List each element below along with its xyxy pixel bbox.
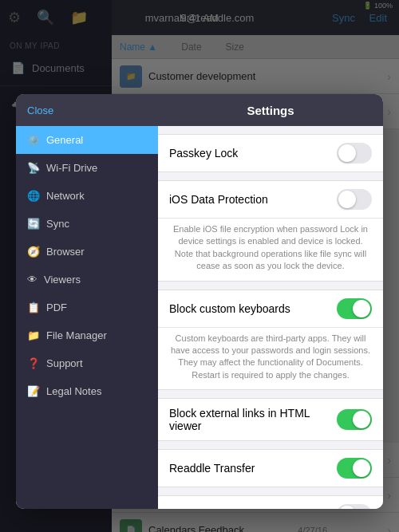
passkey-lock-row: Passkey Lock xyxy=(158,135,383,171)
legal-nav-icon: 📝 xyxy=(27,385,40,397)
settings-header: Settings xyxy=(158,94,383,126)
viewers-nav-icon: 👁 xyxy=(27,274,38,286)
block-links-group: Block external links in HTML viewer xyxy=(158,398,383,441)
block-links-row: Block external links in HTML viewer xyxy=(158,399,383,440)
nav-item-sync[interactable]: 🔄 Sync xyxy=(16,210,158,238)
nav-item-wifi-drive[interactable]: 📡 Wi-Fi Drive xyxy=(16,154,158,182)
settings-modal: Close ⚙️ General 📡 Wi-Fi Drive 🌐 Network… xyxy=(16,94,383,509)
nav-item-label: PDF xyxy=(46,301,67,313)
wifi-nav-icon: 📡 xyxy=(27,162,40,174)
nav-item-label: Legal Notes xyxy=(46,385,101,397)
settings-right-content: Settings Passkey Lock iOS Data Protectio… xyxy=(158,94,383,509)
network-nav-icon: 🌐 xyxy=(27,190,40,202)
pdf-nav-icon: 📋 xyxy=(27,301,40,313)
readdle-transfer-label: Readdle Transfer xyxy=(169,462,337,475)
indexing-label: Indexing xyxy=(169,508,337,509)
indexing-toggle[interactable] xyxy=(337,504,372,509)
nav-item-browser[interactable]: 🧭 Browser xyxy=(16,238,158,266)
nav-item-pdf[interactable]: 📋 PDF xyxy=(16,294,158,321)
ios-protection-group: iOS Data Protection Enable iOS file encr… xyxy=(158,180,383,282)
settings-title: Settings xyxy=(247,104,294,117)
nav-item-label: Support xyxy=(46,357,83,369)
block-keyboards-row: Block custom keyboards xyxy=(158,290,383,328)
nav-item-label: Viewers xyxy=(44,274,81,286)
block-keyboards-toggle[interactable] xyxy=(337,298,372,319)
nav-item-viewers[interactable]: 👁 Viewers xyxy=(16,266,158,294)
indexing-group: Indexing Allows to search for text in st… xyxy=(158,495,383,509)
passkey-lock-group: Passkey Lock xyxy=(158,134,383,172)
ios-protection-description: Enable iOS file encryption when password… xyxy=(158,219,383,281)
browser-nav-icon: 🧭 xyxy=(27,246,40,258)
readdle-transfer-toggle[interactable] xyxy=(337,458,372,479)
nav-item-network[interactable]: 🌐 Network xyxy=(16,182,158,210)
block-links-toggle[interactable] xyxy=(337,409,372,430)
support-nav-icon: ❓ xyxy=(27,357,40,369)
ios-protection-toggle[interactable] xyxy=(337,189,372,210)
nav-item-label: Browser xyxy=(46,246,85,258)
sync-nav-icon: 🔄 xyxy=(27,218,40,230)
nav-item-support[interactable]: ❓ Support xyxy=(16,349,158,377)
nav-item-label: General xyxy=(46,134,83,146)
block-links-label: Block external links in HTML viewer xyxy=(169,407,337,432)
block-keyboards-description: Custom keyboards are third-party apps. T… xyxy=(158,328,383,390)
nav-item-file-manager[interactable]: 📁 File Manager xyxy=(16,321,158,349)
passkey-lock-label: Passkey Lock xyxy=(169,147,337,160)
block-keyboards-label: Block custom keyboards xyxy=(169,302,337,315)
settings-left-nav: Close ⚙️ General 📡 Wi-Fi Drive 🌐 Network… xyxy=(16,94,158,509)
block-keyboards-group: Block custom keyboards Custom keyboards … xyxy=(158,290,383,391)
nav-item-label: Network xyxy=(46,190,85,202)
settings-left-header: Close xyxy=(16,94,158,126)
nav-item-label: File Manager xyxy=(46,329,107,341)
ios-protection-row: iOS Data Protection xyxy=(158,181,383,219)
readdle-transfer-group: Readdle Transfer xyxy=(158,449,383,487)
indexing-row: Indexing xyxy=(158,496,383,509)
readdle-transfer-row: Readdle Transfer xyxy=(158,450,383,487)
nav-item-legal-notes[interactable]: 📝 Legal Notes xyxy=(16,377,158,405)
nav-item-label: Wi-Fi Drive xyxy=(46,162,97,174)
nav-item-label: Sync xyxy=(46,218,69,230)
file-manager-nav-icon: 📁 xyxy=(27,329,40,341)
gear-nav-icon: ⚙️ xyxy=(27,134,40,146)
nav-item-general[interactable]: ⚙️ General xyxy=(16,126,158,154)
passkey-lock-toggle[interactable] xyxy=(337,143,372,164)
ios-protection-label: iOS Data Protection xyxy=(169,193,337,206)
close-button[interactable]: Close xyxy=(27,104,53,116)
